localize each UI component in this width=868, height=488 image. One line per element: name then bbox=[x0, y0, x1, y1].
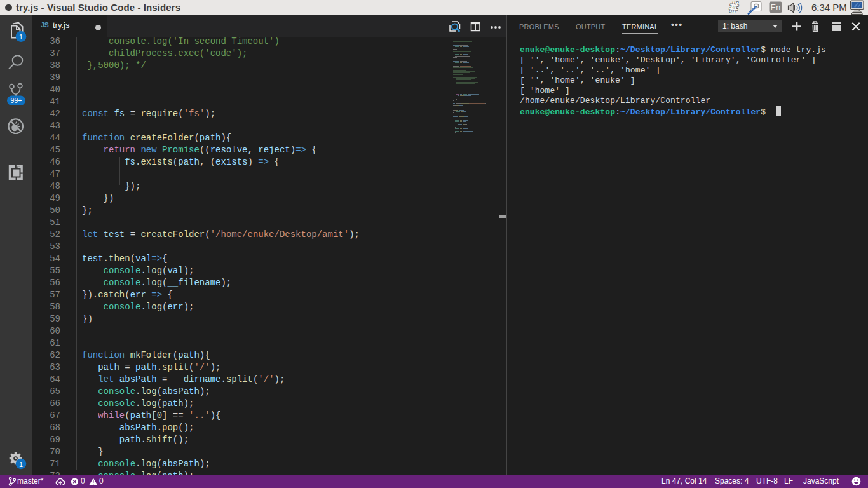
svg-text:1: 1 bbox=[19, 33, 23, 41]
svg-text:1: 1 bbox=[19, 461, 23, 468]
svg-text:En: En bbox=[771, 3, 780, 12]
svg-text:99+: 99+ bbox=[11, 97, 22, 104]
